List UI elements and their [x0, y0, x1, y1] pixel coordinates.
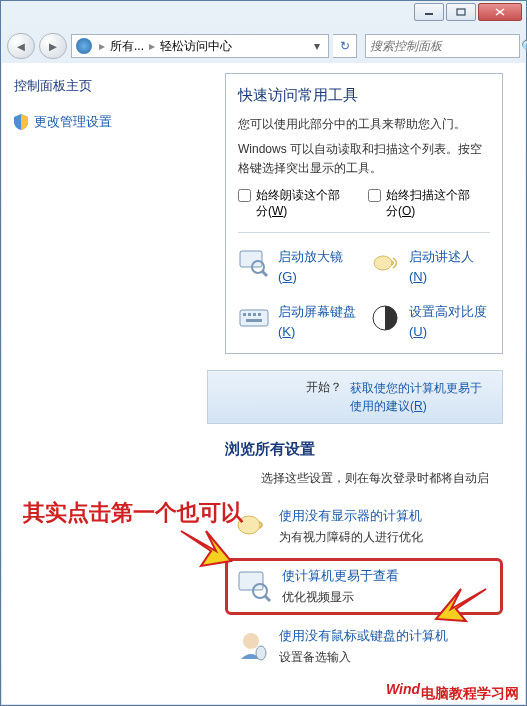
sidebar-link-admin-settings[interactable]: 更改管理设置 [14, 113, 195, 131]
search-input[interactable] [370, 39, 521, 53]
setting-no-mouse-keyboard[interactable]: 使用没有鼠标或键盘的计算机 设置备选输入 [225, 621, 503, 672]
keyboard-icon [238, 302, 270, 334]
search-box[interactable]: 🔍 [365, 34, 520, 58]
annotation-arrow-right [431, 581, 491, 626]
browse-all-desc: 选择这些设置，则在每次登录时都将自动启 [261, 469, 503, 487]
control-panel-icon [76, 38, 92, 54]
help-strip: 开始？ 获取使您的计算机更易于使用的建议(R) [207, 370, 503, 424]
sidebar-link-label: 更改管理设置 [34, 113, 112, 131]
refresh-button[interactable]: ↻ [333, 34, 357, 58]
panel-desc-2: Windows 可以自动读取和扫描这个列表。按空格键选择突出显示的工具。 [238, 140, 490, 178]
svg-point-18 [256, 646, 266, 660]
svg-marker-20 [436, 589, 486, 621]
setting-title: 使计算机更易于查看 [282, 567, 399, 585]
address-bar[interactable]: ▸ 所有... ▸ 轻松访问中心 ▾ [71, 34, 329, 58]
breadcrumb-item[interactable]: 所有... [108, 38, 146, 55]
nav-back-button[interactable]: ◄ [7, 33, 35, 59]
svg-rect-6 [240, 310, 268, 326]
svg-line-16 [265, 596, 270, 601]
magnifier-icon [238, 247, 270, 279]
browse-all-title: 浏览所有设置 [225, 440, 525, 459]
checkbox-input[interactable] [368, 189, 381, 202]
checkbox-always-read[interactable]: 始终朗读这个部分(W) [238, 187, 346, 221]
maximize-button[interactable] [446, 3, 476, 21]
narrator-icon [369, 247, 401, 279]
setting-desc: 优化视频显示 [282, 589, 399, 606]
tool-onscreen-keyboard[interactable]: 启动屏幕键盘(K) [238, 302, 359, 341]
nav-forward-button[interactable]: ► [39, 33, 67, 59]
svg-rect-0 [425, 13, 433, 15]
panel-title: 快速访问常用工具 [238, 86, 490, 105]
help-link[interactable]: 获取使您的计算机更易于使用的建议(R) [350, 379, 490, 415]
annotation-text: 其实点击第一个也可以 [23, 498, 243, 528]
svg-marker-19 [181, 531, 231, 566]
watermark-2: 电脑教程学习网 [421, 685, 519, 703]
setting-desc: 设置备选输入 [279, 649, 448, 666]
tool-magnifier[interactable]: 启动放大镜(G) [238, 247, 359, 286]
svg-rect-7 [243, 313, 246, 316]
sidebar-title[interactable]: 控制面板主页 [14, 77, 195, 95]
breadcrumb-item[interactable]: 轻松访问中心 [158, 38, 234, 55]
sidebar: 控制面板主页 更改管理设置 [2, 63, 207, 704]
svg-rect-9 [253, 313, 256, 316]
svg-rect-2 [240, 251, 262, 267]
svg-point-17 [243, 633, 259, 649]
setting-no-display[interactable]: 使用没有显示器的计算机 为有视力障碍的人进行优化 [225, 501, 503, 552]
tool-high-contrast[interactable]: 设置高对比度(U) [369, 302, 490, 341]
svg-point-5 [374, 256, 392, 270]
easier-see-icon [236, 567, 272, 603]
checkbox-input[interactable] [238, 189, 251, 202]
watermark-1: Wind [386, 681, 420, 697]
panel-desc-1: 您可以使用此部分中的工具来帮助您入门。 [238, 115, 490, 134]
svg-line-4 [262, 271, 267, 276]
no-mouse-icon [233, 627, 269, 663]
tool-narrator[interactable]: 启动讲述人(N) [369, 247, 490, 286]
quick-access-panel: 快速访问常用工具 您可以使用此部分中的工具来帮助您入门。 Windows 可以自… [225, 73, 503, 354]
search-icon[interactable]: 🔍 [521, 39, 527, 54]
setting-title: 使用没有显示器的计算机 [279, 507, 423, 525]
minimize-button[interactable] [414, 3, 444, 21]
close-button[interactable] [478, 3, 522, 21]
svg-rect-10 [258, 313, 261, 316]
address-dropdown-icon[interactable]: ▾ [310, 39, 324, 53]
svg-rect-1 [457, 9, 465, 15]
checkbox-always-scan[interactable]: 始终扫描这个部分(O) [368, 187, 476, 221]
shield-icon [14, 114, 28, 130]
svg-rect-8 [248, 313, 251, 316]
contrast-icon [369, 302, 401, 334]
setting-title: 使用没有鼠标或键盘的计算机 [279, 627, 448, 645]
svg-rect-14 [239, 572, 263, 590]
help-left: 开始？ [306, 379, 342, 415]
annotation-arrow-left [176, 526, 236, 571]
svg-rect-11 [246, 319, 262, 322]
setting-desc: 为有视力障碍的人进行优化 [279, 529, 423, 546]
